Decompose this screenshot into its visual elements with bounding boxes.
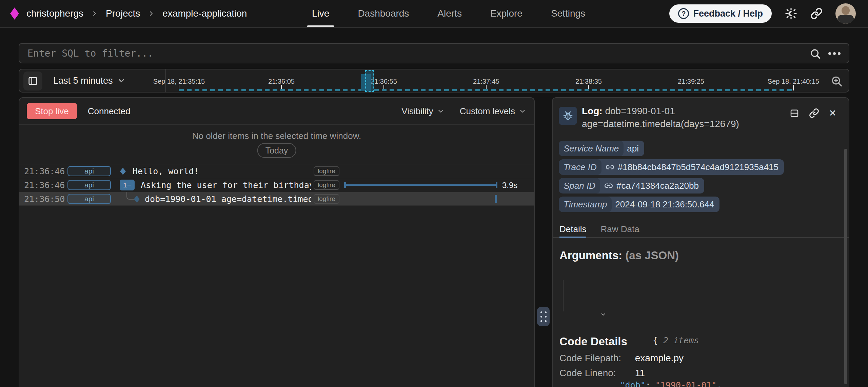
timeline-zoom-in-icon[interactable] [830,75,843,88]
log-message: Hello, world! [133,164,311,178]
detail-title: Log: dob=1990-01-01 age=datetime.timedel… [582,105,778,130]
timeline-bar: Last 5 minutes Sep 18, 21:35:15 21:36:05… [19,69,849,93]
visibility-label: Visibility [401,106,433,117]
breadcrumb-project-name[interactable]: example-application [162,8,247,19]
scope-tag[interactable]: logfire [314,166,339,176]
json-open-brace: { [653,335,658,345]
json-items-count: 2 items [663,335,699,345]
chip-trace-id[interactable]: Trace ID #18b84cb4847b5d574c4ad9121935a4… [559,159,784,175]
logfire-logo-icon[interactable] [10,7,19,20]
log-diamond-icon [120,168,126,175]
chip-label: Trace ID [559,159,601,175]
json-indent-guide [563,280,564,311]
timeline-tick-label: Sep 18, 21:40:15 [768,78,819,85]
span-duration-label: 3.9s [502,178,517,192]
collapse-span-button[interactable]: 1− [120,180,135,190]
json-colon: : [646,380,651,387]
chip-timestamp[interactable]: Timestamp 2024-09-18 21:36:50.644 [559,197,719,212]
bug-icon [559,107,577,125]
json-key: "dob" [620,380,645,387]
log-row-selected[interactable]: 21:36:50 api dob=1990-01-01 age=datetime… [19,192,534,206]
live-view-panel: Stop live Connected Visibility Custom le… [19,97,535,387]
breadcrumb-org[interactable]: christophergs [26,8,83,19]
json-comma: , [716,380,722,387]
feedback-help-label: Feedback / Help [693,8,763,19]
today-button[interactable]: Today [257,143,296,158]
avatar-body [837,15,854,24]
timeline-tick-label: 21:39:25 [678,78,704,85]
tab-explore[interactable]: Explore [490,0,522,27]
timeline-tick-label: 21:36:05 [268,78,295,85]
detail-tabs: Details Raw Data [553,221,849,238]
visibility-dropdown[interactable]: Visibility [401,106,445,117]
time-range-selector[interactable]: Last 5 minutes [53,69,126,92]
tab-live[interactable]: Live [312,0,329,27]
feedback-help-button[interactable]: ? Feedback / Help [669,4,772,23]
timeline-tick-label: 21:36:55 [371,78,397,85]
timeline-tick-label: Sep 18, 21:35:15 [153,78,205,85]
theme-toggle-icon[interactable] [785,7,797,20]
log-time: 21:36:46 [24,178,65,192]
share-link-icon[interactable] [810,7,823,20]
log-row[interactable]: 21:36:46 api Hello, world! logfire [19,164,534,178]
scope-tag[interactable]: logfire [314,194,339,204]
chip-label: Timestamp [559,197,612,212]
breadcrumb: christophergs Projects example-applicati… [0,7,247,20]
chip-value: #ca741384ca2a20bb [613,181,704,191]
log-row[interactable]: 21:36:46 api 1− Asking the user for thei… [19,178,534,192]
service-badge[interactable]: api [67,180,111,190]
user-avatar[interactable] [835,3,856,24]
log-time: 21:36:50 [24,192,65,206]
timeline-tick-label: 21:37:45 [473,78,499,85]
copy-link-icon[interactable] [809,108,819,118]
tab-settings[interactable]: Settings [551,0,585,27]
sql-filter-input[interactable] [19,44,849,63]
sidebar-toggle-icon[interactable] [23,72,42,90]
tab-details[interactable]: Details [559,221,586,237]
sql-filter-bar [19,43,849,63]
arguments-heading-suffix: (as JSON) [625,249,679,262]
tab-raw-data[interactable]: Raw Data [600,221,639,237]
arguments-heading: Arguments: (as JSON) [559,249,679,262]
search-icon[interactable] [809,48,822,60]
code-lineno-row: Code Lineno: 11 [559,368,645,379]
arguments-heading-main: Arguments: [559,249,625,262]
detail-title-text: dob=1990-01-01 age=datetime.timedelta(da… [582,106,739,129]
log-detail-panel: Log: dob=1990-01-01 age=datetime.timedel… [552,97,849,387]
nav-tabs: Live Dashboards Alerts Explore Settings [312,0,585,27]
scope-tag[interactable]: logfire [314,180,339,190]
help-circle-icon: ? [678,8,689,19]
close-icon[interactable]: ✕ [829,108,836,118]
service-badge[interactable]: api [67,194,111,204]
json-value: "1990-01-01" [655,380,717,387]
breadcrumb-projects[interactable]: Projects [106,8,140,19]
nav-right-cluster: ? Feedback / Help [669,0,856,27]
empty-window-message: No older items in the selected time wind… [19,131,534,141]
custom-levels-label: Custom levels [460,106,515,117]
custom-levels-dropdown[interactable]: Custom levels [460,106,527,117]
tab-dashboards[interactable]: Dashboards [358,0,409,27]
metadata-chips: Service Name api Trace ID #18b84cb4847b5… [559,141,784,212]
stop-live-button[interactable]: Stop live [27,103,77,119]
code-lineno-value: 11 [635,368,645,378]
chip-label: Service Name [559,141,624,156]
chip-span-id[interactable]: Span ID #ca741384ca2a20bb [559,178,704,194]
code-filepath-label: Code Filepath: [559,353,632,364]
tab-alerts[interactable]: Alerts [437,0,462,27]
filter-more-options-icon[interactable] [828,52,841,55]
detail-actions: ✕ [789,108,836,118]
chip-value: api [624,143,644,154]
timeline-activity-dashes [179,89,793,91]
service-badge[interactable]: api [67,166,111,176]
live-view-header: Stop live Connected Visibility Custom le… [19,98,534,125]
code-filepath-row: Code Filepath: example.py [559,353,684,364]
top-nav: christophergs Projects example-applicati… [0,0,868,28]
panel-resize-handle[interactable] [537,307,550,326]
log-diamond-icon [134,196,140,203]
timeline-selection-window[interactable] [365,70,374,92]
split-view-icon[interactable] [789,108,800,118]
chip-service-name[interactable]: Service Name api [559,141,644,156]
scrollbar-thumb[interactable] [844,149,847,384]
log-rows: 21:36:46 api Hello, world! logfire 21:36… [19,164,534,206]
breadcrumb-separator-icon [91,10,98,17]
